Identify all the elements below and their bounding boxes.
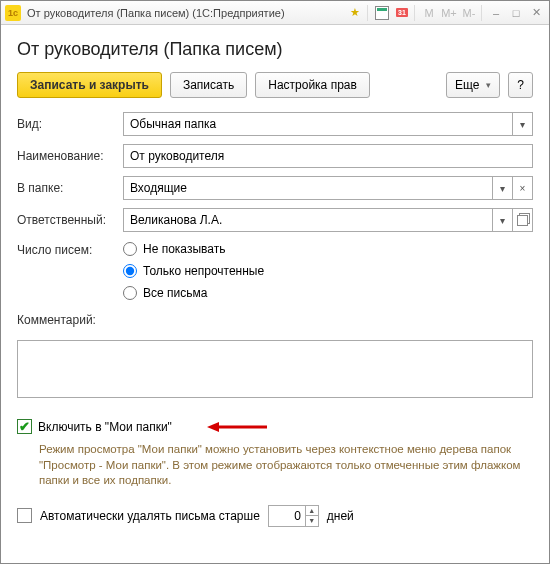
resp-open-icon[interactable] — [513, 208, 533, 232]
count-all-input[interactable] — [123, 286, 137, 300]
count-all-radio[interactable]: Все письма — [123, 286, 264, 300]
save-button[interactable]: Записать — [170, 72, 247, 98]
resp-input[interactable] — [123, 208, 493, 232]
autodelete-checkbox[interactable] — [17, 508, 32, 523]
separator — [367, 5, 368, 21]
count-none-label: Не показывать — [143, 242, 225, 256]
parent-clear-icon[interactable]: × — [513, 176, 533, 200]
kind-input[interactable] — [123, 112, 513, 136]
name-input[interactable] — [123, 144, 533, 168]
close-button[interactable]: ✕ — [527, 4, 545, 22]
more-button[interactable]: Еще — [446, 72, 500, 98]
count-none-input[interactable] — [123, 242, 137, 256]
kind-label: Вид: — [17, 117, 123, 131]
minimize-button[interactable]: – — [487, 4, 505, 22]
page-title: От руководителя (Папка писем) — [17, 39, 533, 60]
include-help-text: Режим просмотра "Мои папки" можно устано… — [17, 440, 533, 489]
comment-label: Комментарий: — [17, 313, 123, 327]
save-close-button[interactable]: Записать и закрыть — [17, 72, 162, 98]
count-unread-label: Только непрочтенные — [143, 264, 264, 278]
arrow-icon — [207, 422, 267, 432]
autodelete-row: Автоматически удалять письма старше ▲ ▼ … — [17, 505, 533, 527]
parent-label: В папке: — [17, 181, 123, 195]
favorite-icon[interactable]: ★ — [346, 4, 364, 22]
m-button[interactable]: M — [420, 4, 438, 22]
parent-input[interactable] — [123, 176, 493, 200]
m-plus-button[interactable]: M+ — [440, 4, 458, 22]
kind-dropdown-icon[interactable]: ▾ — [513, 112, 533, 136]
comment-input[interactable] — [17, 340, 533, 398]
toolbar: Записать и закрыть Записать Настройка пр… — [17, 72, 533, 98]
days-down-icon[interactable]: ▼ — [306, 516, 318, 526]
count-label: Число писем: — [17, 240, 123, 257]
calculator-icon[interactable] — [373, 4, 391, 22]
count-unread-input[interactable] — [123, 264, 137, 278]
help-button[interactable]: ? — [508, 72, 533, 98]
separator — [414, 5, 415, 21]
days-input[interactable] — [269, 506, 305, 526]
parent-dropdown-icon[interactable]: ▾ — [493, 176, 513, 200]
m-minus-button[interactable]: M- — [460, 4, 478, 22]
count-all-label: Все письма — [143, 286, 207, 300]
calendar-icon[interactable]: 31 — [393, 4, 411, 22]
autodelete-label: Автоматически удалять письма старше — [40, 509, 260, 523]
name-label: Наименование: — [17, 149, 123, 163]
include-checkbox[interactable]: ✔ — [17, 419, 32, 434]
days-spinner: ▲ ▼ — [268, 505, 319, 527]
count-unread-radio[interactable]: Только непрочтенные — [123, 264, 264, 278]
titlebar: 1c От руководителя (Папка писем) (1С:Пре… — [1, 1, 549, 25]
svg-marker-1 — [207, 422, 219, 432]
days-suffix: дней — [327, 509, 354, 523]
app-icon: 1c — [5, 5, 21, 21]
maximize-button[interactable]: □ — [507, 4, 525, 22]
days-up-icon[interactable]: ▲ — [306, 506, 318, 517]
window-title: От руководителя (Папка писем) (1С:Предпр… — [27, 7, 344, 19]
include-label: Включить в "Мои папки" — [38, 420, 172, 434]
resp-dropdown-icon[interactable]: ▾ — [493, 208, 513, 232]
separator — [481, 5, 482, 21]
content-area: От руководителя (Папка писем) Записать и… — [1, 25, 549, 537]
include-row: ✔ Включить в "Мои папки" — [17, 419, 533, 434]
rights-button[interactable]: Настройка прав — [255, 72, 370, 98]
resp-label: Ответственный: — [17, 213, 123, 227]
count-none-radio[interactable]: Не показывать — [123, 242, 264, 256]
